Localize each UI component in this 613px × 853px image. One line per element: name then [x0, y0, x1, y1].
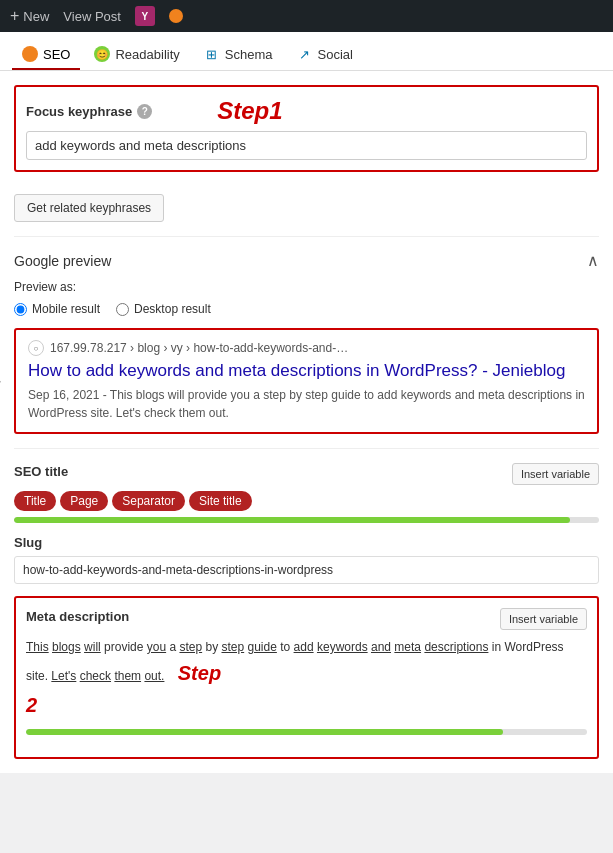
meta-text-will: will	[84, 640, 101, 654]
tab-social[interactable]: ↗ Social	[287, 40, 363, 70]
preview-as-label: Preview as:	[14, 280, 599, 294]
collapse-icon[interactable]: ∧	[587, 251, 599, 270]
mobile-label: Mobile result	[32, 302, 100, 316]
view-post-label: View Post	[63, 9, 121, 24]
view-post-item[interactable]: View Post	[63, 9, 121, 24]
desktop-label: Desktop result	[134, 302, 211, 316]
seo-title-row: SEO title Insert variable	[14, 463, 599, 485]
new-label: New	[23, 9, 49, 24]
mobile-radio-label[interactable]: Mobile result	[14, 302, 100, 316]
tag-page[interactable]: Page	[60, 491, 108, 511]
meta-description-label: Meta description	[26, 609, 129, 624]
globe-icon: ○	[28, 340, 44, 356]
focus-keyphrase-help-icon[interactable]: ?	[137, 104, 152, 119]
tag-site-title[interactable]: Site title	[189, 491, 252, 511]
focus-keyphrase-label-row: Focus keyphrase ? Step1	[26, 97, 587, 125]
meta-text-this: This	[26, 640, 49, 654]
seo-title-progress-bar	[14, 517, 599, 523]
preview-radio-group: Mobile result Desktop result	[14, 302, 599, 316]
meta-text-check: check	[80, 669, 111, 683]
social-tab-label: Social	[318, 47, 353, 62]
yoast-logo[interactable]: Y	[135, 6, 155, 26]
focus-keyphrase-label: Focus keyphrase	[26, 104, 132, 119]
meta-text-keywords: keywords	[317, 640, 368, 654]
mobile-radio[interactable]	[14, 303, 27, 316]
divider-2	[14, 448, 599, 449]
schema-tab-label: Schema	[225, 47, 273, 62]
google-url-text: 167.99.78.217 › blog › vy › how-to-add-k…	[50, 341, 348, 355]
meta-progress-bar	[26, 729, 587, 735]
google-preview-box: ○ 167.99.78.217 › blog › vy › how-to-add…	[14, 328, 599, 434]
tag-separator[interactable]: Separator	[112, 491, 185, 511]
meta-text-blogs: blogs	[52, 640, 81, 654]
google-preview-title: Google preview	[14, 253, 111, 269]
step1-label: Step1	[217, 97, 282, 125]
tab-readability[interactable]: 😊 Readability	[84, 40, 189, 70]
side-arrow-icon[interactable]: ›	[0, 372, 1, 390]
top-bar: + New View Post Y	[0, 0, 613, 32]
slug-label: Slug	[14, 535, 599, 550]
meta-description-insert-btn[interactable]: Insert variable	[500, 608, 587, 630]
meta-text-lets: Let's	[51, 669, 76, 683]
meta-text-add: add	[294, 640, 314, 654]
yoast-letter: Y	[142, 11, 149, 22]
seo-tab-icon	[22, 46, 38, 62]
meta-progress-fill	[26, 729, 503, 735]
social-tab-icon: ↗	[297, 46, 313, 62]
divider-1	[14, 236, 599, 237]
get-keyphrases-label: Get related keyphrases	[27, 201, 151, 215]
focus-keyphrase-input[interactable]	[26, 131, 587, 160]
meta-description-header: Meta description Insert variable	[26, 608, 587, 630]
tab-schema[interactable]: ⊞ Schema	[194, 40, 283, 70]
seo-title-insert-label: Insert variable	[521, 468, 590, 480]
focus-keyphrase-section: Focus keyphrase ? Step1	[14, 85, 599, 172]
orange-dot	[169, 9, 183, 23]
readability-tab-icon: 😊	[94, 46, 110, 62]
meta-text-meta: meta	[394, 640, 421, 654]
desktop-radio[interactable]	[116, 303, 129, 316]
schema-tab-icon: ⊞	[204, 46, 220, 62]
meta-text-step1: step	[179, 640, 202, 654]
google-box-wrapper: › ○ 167.99.78.217 › blog › vy › how-to-a…	[14, 328, 599, 434]
meta-text-guide: guide	[248, 640, 277, 654]
tabs-container: SEO 😊 Readability ⊞ Schema ↗ Social	[0, 32, 613, 71]
meta-text-descriptions: descriptions	[424, 640, 488, 654]
google-page-title[interactable]: How to add keywords and meta description…	[28, 360, 585, 382]
tab-seo[interactable]: SEO	[12, 40, 80, 70]
meta-text-you: you	[147, 640, 166, 654]
seo-title-label: SEO title	[14, 464, 68, 479]
meta-description-text: This blogs will provide you a step by st…	[26, 638, 587, 721]
tag-title[interactable]: Title	[14, 491, 56, 511]
slug-input[interactable]	[14, 556, 599, 584]
seo-title-insert-btn[interactable]: Insert variable	[512, 463, 599, 485]
google-url-row: ○ 167.99.78.217 › blog › vy › how-to-add…	[28, 340, 585, 356]
meta-description-section: Meta description Insert variable This bl…	[14, 596, 599, 759]
panel-content: Focus keyphrase ? Step1 Get related keyp…	[0, 71, 613, 773]
meta-text-step2: step	[221, 640, 244, 654]
meta-insert-label: Insert variable	[509, 613, 578, 625]
seo-panel: SEO 😊 Readability ⊞ Schema ↗ Social Focu…	[0, 32, 613, 773]
readability-tab-label: Readability	[115, 47, 179, 62]
meta-text-and: and	[371, 640, 391, 654]
meta-text-out: out.	[144, 669, 164, 683]
seo-tab-label: SEO	[43, 47, 70, 62]
meta-text-them: them	[114, 669, 141, 683]
new-menu-item[interactable]: + New	[10, 7, 49, 25]
get-keyphrases-button[interactable]: Get related keyphrases	[14, 194, 164, 222]
google-description: Sep 16, 2021 - This blogs will provide y…	[28, 386, 585, 422]
plus-icon: +	[10, 7, 19, 25]
desktop-radio-label[interactable]: Desktop result	[116, 302, 211, 316]
google-preview-header: Google preview ∧	[14, 251, 599, 270]
seo-title-progress-fill	[14, 517, 570, 523]
seo-tags-row: Title Page Separator Site title	[14, 491, 599, 511]
